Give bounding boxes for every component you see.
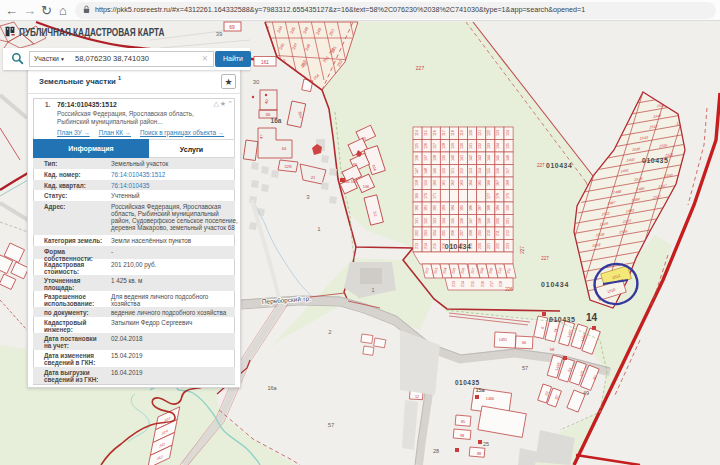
svg-text:010434: 010434 (445, 243, 471, 250)
svg-text:85: 85 (461, 420, 465, 424)
svg-text:203: 203 (424, 230, 428, 236)
svg-text:164: 164 (469, 180, 473, 186)
svg-text:189: 189 (496, 205, 500, 211)
svg-text:184: 184 (451, 205, 455, 211)
svg-text:121: 121 (478, 130, 482, 136)
svg-text:147: 147 (415, 168, 419, 174)
svg-text:25: 25 (483, 441, 489, 447)
svg-text:213: 213 (415, 243, 419, 249)
svg-text:124: 124 (506, 130, 510, 136)
svg-text:198: 198 (478, 218, 482, 224)
svg-text:211: 211 (496, 230, 500, 236)
svg-text:010435: 010435 (455, 379, 480, 386)
svg-text:166: 166 (487, 180, 491, 186)
svg-text:226: 226 (505, 287, 513, 292)
svg-text:16а: 16а (267, 385, 277, 391)
svg-text:114: 114 (415, 130, 419, 136)
svg-text:186: 186 (469, 205, 473, 211)
svg-text:88: 88 (477, 452, 481, 456)
svg-text:159: 159 (424, 180, 428, 186)
svg-text:150: 150 (442, 168, 446, 174)
svg-text:57: 57 (522, 365, 528, 371)
svg-text:196: 196 (460, 218, 464, 224)
svg-text:96: 96 (353, 163, 357, 167)
svg-text:128: 128 (442, 143, 446, 149)
svg-text:138: 138 (433, 155, 437, 161)
svg-text:179: 179 (506, 193, 510, 199)
svg-text:214: 214 (461, 281, 465, 287)
svg-text:160: 160 (433, 180, 437, 186)
svg-text:010434: 010434 (546, 162, 572, 169)
svg-text:180: 180 (415, 205, 419, 211)
svg-text:227: 227 (416, 65, 425, 71)
svg-text:221: 221 (487, 243, 491, 249)
svg-text:220: 220 (478, 243, 482, 249)
svg-text:209: 209 (478, 230, 482, 236)
svg-text:127: 127 (433, 143, 437, 149)
svg-text:213: 213 (452, 281, 456, 287)
svg-text:206: 206 (451, 230, 455, 236)
svg-text:212: 212 (506, 230, 510, 236)
svg-text:197: 197 (469, 218, 473, 224)
svg-text:1466: 1466 (486, 397, 494, 401)
svg-text:183: 183 (442, 205, 446, 211)
svg-text:192: 192 (424, 218, 428, 224)
svg-text:142: 142 (469, 155, 473, 161)
svg-text:126: 126 (424, 143, 428, 149)
svg-text:151: 151 (451, 168, 455, 174)
svg-text:120: 120 (469, 130, 473, 136)
svg-text:217: 217 (490, 281, 494, 287)
svg-text:119: 119 (460, 130, 464, 136)
svg-text:118: 118 (451, 130, 455, 136)
svg-text:010435: 010435 (642, 157, 668, 164)
svg-text:188: 188 (487, 205, 491, 211)
svg-text:169: 169 (415, 193, 419, 199)
svg-text:122: 122 (487, 130, 491, 136)
svg-text:145: 145 (496, 155, 500, 161)
svg-text:227: 227 (541, 256, 549, 261)
svg-text:129: 129 (451, 143, 455, 149)
svg-text:152: 152 (460, 168, 464, 174)
svg-text:130: 130 (460, 143, 464, 149)
svg-text:123: 123 (496, 130, 500, 136)
svg-text:167: 167 (496, 180, 500, 186)
svg-text:210: 210 (487, 230, 491, 236)
svg-text:14: 14 (586, 312, 598, 323)
svg-text:117: 117 (442, 130, 446, 136)
svg-text:227: 227 (520, 246, 525, 254)
svg-text:157: 157 (506, 168, 510, 174)
svg-text:149: 149 (433, 168, 437, 174)
svg-text:100-105: 100-105 (343, 180, 357, 184)
svg-text:182: 182 (433, 205, 437, 211)
svg-text:133: 133 (487, 143, 491, 149)
svg-text:98: 98 (460, 434, 464, 438)
svg-text:208: 208 (469, 230, 473, 236)
svg-text:190: 190 (506, 205, 510, 211)
svg-text:21: 21 (311, 175, 316, 180)
svg-text:215: 215 (471, 281, 475, 287)
svg-text:201: 201 (506, 218, 510, 224)
svg-text:158: 158 (415, 180, 419, 186)
svg-text:143: 143 (478, 155, 482, 161)
svg-text:199: 199 (487, 218, 491, 224)
svg-text:144: 144 (487, 155, 491, 161)
svg-text:125: 125 (415, 143, 419, 149)
svg-text:155: 155 (487, 168, 491, 174)
svg-text:170: 170 (424, 193, 428, 199)
svg-text:139: 139 (442, 155, 446, 161)
svg-text:161: 161 (261, 60, 269, 65)
svg-text:194: 194 (442, 218, 446, 224)
svg-text:69: 69 (229, 24, 235, 30)
svg-text:204: 204 (433, 230, 437, 236)
svg-text:106: 106 (363, 185, 369, 189)
svg-text:95: 95 (362, 137, 366, 141)
svg-text:148: 148 (424, 168, 428, 174)
svg-text:215: 215 (433, 243, 437, 249)
svg-text:010434: 010434 (541, 281, 569, 288)
svg-text:15a: 15a (475, 387, 485, 393)
svg-text:191: 191 (415, 218, 419, 224)
svg-text:154: 154 (478, 168, 482, 174)
svg-text:153: 153 (469, 168, 473, 174)
svg-text:185: 185 (460, 205, 464, 211)
svg-text:227: 227 (537, 163, 545, 168)
